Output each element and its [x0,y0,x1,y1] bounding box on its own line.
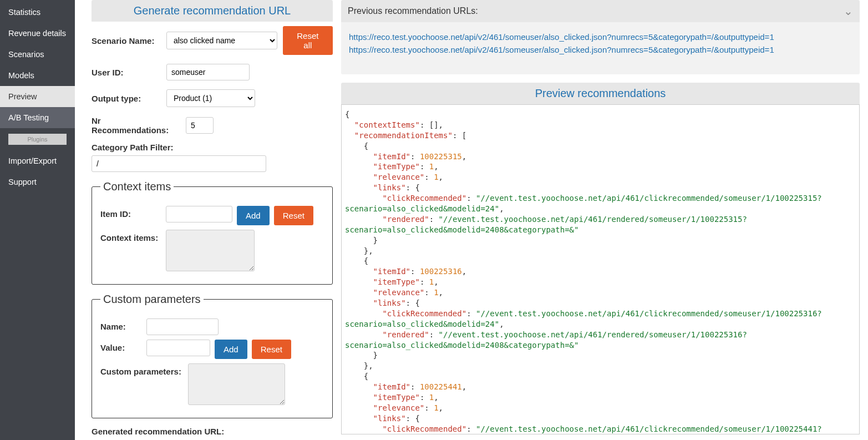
reset-all-button[interactable]: Reset all [283,26,333,55]
scenario-label: Scenario Name: [92,36,161,45]
main: Generate recommendation URL Scenario Nam… [75,0,868,440]
custom-reset-button[interactable]: Reset [252,340,291,359]
itemid-input[interactable] [166,206,232,222]
plugins-button[interactable]: Plugins [8,134,67,145]
catpath-label: Category Path Filter: [92,143,333,152]
previous-header[interactable]: Previous recommendation URLs: ⌄ [341,0,860,22]
chevron-down-icon: ⌄ [844,4,853,18]
preview-json-output[interactable]: { "contextItems": [], "recommendationIte… [341,104,860,434]
custom-list-textarea[interactable] [188,363,285,405]
custom-legend: Custom parameters [100,293,204,306]
context-list-textarea[interactable] [166,230,255,271]
custom-list-label: Custom parameters: [100,363,184,376]
userid-label: User ID: [92,68,161,77]
context-list-label: Context items: [100,230,161,242]
custom-value-input[interactable] [146,340,210,356]
sidebar-item-support[interactable]: Support [0,171,75,193]
nrrec-input[interactable] [186,117,214,134]
sidebar-item-abtesting[interactable]: A/B Testing [0,107,75,128]
sidebar-item-importexport[interactable]: Import/Export [0,150,75,171]
previous-title: Previous recommendation URLs: [348,6,478,16]
custom-params-fieldset: Custom parameters Name: Value: Add Reset… [92,293,333,418]
sidebar-item-statistics[interactable]: Statistics [0,2,75,23]
userid-input[interactable] [166,64,250,80]
preview-panel: Preview recommendations { "contextItems"… [341,83,860,434]
previous-url-link[interactable]: https://reco.test.yoochoose.net/api/v2/4… [349,32,852,42]
nrrec-label: Nr Recommendations: [92,116,180,135]
generated-url-label: Generated recommendation URL: [92,427,333,436]
sidebar-item-preview[interactable]: Preview [0,86,75,107]
output-select[interactable]: Product (1) [166,89,255,107]
context-legend: Context items [100,180,174,193]
previous-body: https://reco.test.yoochoose.net/api/v2/4… [341,22,860,74]
right-column: Previous recommendation URLs: ⌄ https://… [341,0,868,440]
output-label: Output type: [92,94,161,103]
context-reset-button[interactable]: Reset [274,206,313,225]
scenario-select[interactable]: also clicked name [166,32,277,49]
sidebar-item-revenue[interactable]: Revenue details [0,23,75,44]
preview-title: Preview recommendations [341,83,860,104]
custom-name-label: Name: [100,318,142,331]
previous-panel: Previous recommendation URLs: ⌄ https://… [341,0,860,74]
custom-add-button[interactable]: Add [215,340,247,359]
catpath-input[interactable] [92,155,266,172]
previous-url-link[interactable]: https://reco.test.yoochoose.net/api/v2/4… [349,45,852,54]
context-items-fieldset: Context items Item ID: Add Reset Context… [92,180,333,285]
sidebar-item-scenarios[interactable]: Scenarios [0,44,75,65]
sidebar-item-models[interactable]: Models [0,65,75,86]
custom-name-input[interactable] [146,318,219,335]
custom-value-label: Value: [100,340,142,352]
context-add-button[interactable]: Add [237,206,270,225]
generate-panel: Generate recommendation URL Scenario Nam… [75,0,341,440]
generate-title: Generate recommendation URL [92,0,333,22]
sidebar: Statistics Revenue details Scenarios Mod… [0,0,75,440]
itemid-label: Item ID: [100,206,161,219]
